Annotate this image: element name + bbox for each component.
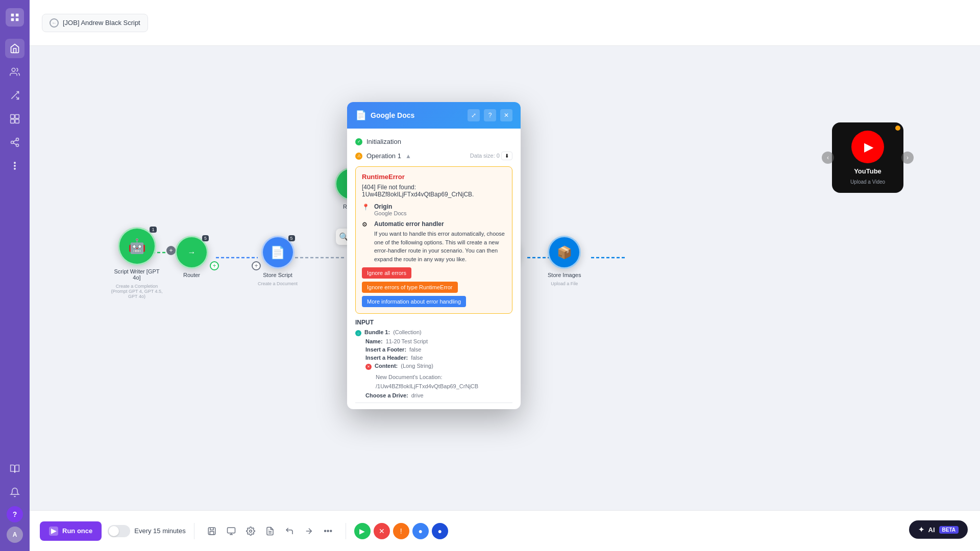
status-btn-blue[interactable]: ● <box>412 523 429 539</box>
svg-point-13 <box>14 165 16 167</box>
schedule-toggle-container: Every 15 minutes <box>108 525 185 537</box>
bundle1-dot: ○ <box>355 330 361 336</box>
sidebar-item-notifications[interactable] <box>5 483 24 502</box>
breadcrumb[interactable]: ← [JOB] Andrew Black Script <box>42 14 148 32</box>
modal-header-actions: ⤢ ? ✕ <box>468 109 512 121</box>
input-section: INPUT ○ Bundle 1: (Collection) Name: 11-… <box>355 319 512 398</box>
bundle1-type: (Collection) <box>393 329 422 335</box>
data-size-label: Data size: <box>470 153 495 159</box>
toolbar-save-btn[interactable] <box>203 522 221 540</box>
node-store-script[interactable]: 📄 5 Store Script Create a Document <box>258 236 298 286</box>
modal-title-text: Google Docs <box>371 111 414 119</box>
ai-badge: BETA <box>939 526 959 534</box>
status-btn-orange[interactable]: ! <box>393 523 409 539</box>
field-drive: Choose a Drive: drive <box>365 392 512 398</box>
modal-help-btn[interactable]: ? <box>484 109 496 121</box>
toolbar-more-btn[interactable]: ••• <box>319 522 337 540</box>
add-module-btn-3[interactable]: + <box>252 261 261 270</box>
data-size-action-btn[interactable]: ⬇ <box>501 152 512 160</box>
run-icon: ▶ <box>49 527 58 536</box>
bottom-toolbar: ▶ Run once Every 15 minutes <box>30 510 980 551</box>
modal-expand-btn[interactable]: ⤢ <box>468 109 480 121</box>
ignore-all-errors-btn[interactable]: Ignore all errors <box>362 267 411 279</box>
field-drive-label: Choose a Drive: <box>365 392 408 398</box>
ai-button[interactable]: ✦ AI BETA <box>909 520 968 539</box>
sidebar-item-scenarios[interactable] <box>5 86 24 105</box>
content-value: New Document's Location: /1Uw4BZf8okILjF… <box>376 374 478 389</box>
origin-value: Google Docs <box>374 210 407 216</box>
field-content-label: Content: <box>375 363 398 369</box>
svg-line-11 <box>13 140 16 141</box>
node-store-images[interactable]: 📦 Store Images Upload a File <box>548 236 581 286</box>
node-router1[interactable]: → 5 Router <box>175 236 208 281</box>
youtube-play-button[interactable]: ▶ <box>851 131 884 163</box>
toolbar-main-buttons: ••• <box>203 522 337 540</box>
history-icon <box>227 527 236 536</box>
origin-icon: 📍 <box>362 204 370 212</box>
user-avatar[interactable]: A <box>7 527 23 543</box>
connections-icon <box>10 137 20 147</box>
node-sublabel-store-images: Upload a File <box>551 281 578 286</box>
more-vert-icon <box>10 161 20 171</box>
auto-handler-section: ⚙ Automatic error handler If you want to… <box>362 220 506 263</box>
field-footer: Insert a Footer: false <box>365 346 512 353</box>
toolbar-history-btn[interactable] <box>222 522 240 540</box>
sidebar-item-more[interactable] <box>5 156 24 176</box>
toolbar-settings-btn[interactable] <box>241 522 260 540</box>
status-btn-dark-blue[interactable]: ● <box>432 523 448 539</box>
status-btn-green[interactable]: ▶ <box>354 523 371 539</box>
modal-body: ✓ Initialization ⚠ Operation 1 ▲ Data si… <box>347 129 521 409</box>
initialization-row: ✓ Initialization <box>355 135 512 148</box>
content-error-dot: ✕ <box>365 364 372 370</box>
initialization-label: Initialization <box>366 138 401 145</box>
help-button[interactable]: ? <box>7 506 23 522</box>
operation1-left: ⚠ Operation 1 ▲ <box>355 152 411 160</box>
apps-icon <box>10 114 20 124</box>
book-icon <box>10 464 20 474</box>
sidebar-item-connections[interactable] <box>5 133 24 152</box>
status-btn-red[interactable]: ✕ <box>374 523 390 539</box>
field-content-type: (Long String) <box>401 363 433 369</box>
field-header: Insert a Header: false <box>365 355 512 361</box>
add-module-btn-1[interactable]: + <box>166 246 176 255</box>
sidebar-item-users[interactable] <box>5 62 24 82</box>
run-once-label: Run once <box>62 527 92 535</box>
back-icon[interactable]: ← <box>50 18 59 28</box>
field-footer-value: false <box>409 346 421 353</box>
rollback-row: ✓ Rollback <box>355 407 512 409</box>
sidebar-item-docs[interactable] <box>5 459 24 479</box>
ai-sparkle-icon: ✦ <box>918 525 924 534</box>
more-info-btn[interactable]: More information about error handling <box>362 296 466 307</box>
sidebar-item-home[interactable] <box>5 39 24 58</box>
youtube-prev-btn[interactable]: ‹ <box>822 152 834 164</box>
node-label-store-script: Store Script <box>263 272 292 278</box>
schedule-toggle-switch[interactable] <box>108 525 130 537</box>
toolbar-tools-btn[interactable] <box>300 522 318 540</box>
youtube-notification-badge <box>895 126 900 131</box>
youtube-next-btn[interactable]: › <box>901 152 914 164</box>
svg-rect-24 <box>210 531 214 534</box>
modal-header: 📄 Google Docs ⤢ ? ✕ <box>347 102 521 129</box>
node-label-store-images: Store Images <box>548 272 581 278</box>
svg-point-7 <box>16 138 19 141</box>
toolbar-divider-1 <box>194 523 194 539</box>
toolbar-divider-2 <box>346 523 346 539</box>
modal-close-btn[interactable]: ✕ <box>500 109 512 121</box>
sidebar-item-apps[interactable] <box>5 109 24 129</box>
ai-label: AI <box>928 526 935 534</box>
tools-icon <box>304 527 313 536</box>
node-script-writer[interactable]: 🤖 1 Script Writer [GPT 4o] Create a Comp… <box>109 227 165 299</box>
users-icon <box>10 67 20 77</box>
field-content: ✕ Content: (Long String) <box>365 363 512 370</box>
ignore-runtime-errors-btn[interactable]: Ignore errors of type RuntimeError <box>362 282 458 293</box>
app-logo[interactable] <box>6 8 24 27</box>
add-module-btn-2[interactable]: + <box>210 261 219 270</box>
toolbar-undo-btn[interactable] <box>280 522 299 540</box>
run-once-button[interactable]: ▶ Run once <box>40 521 102 541</box>
bundle1-label: Bundle 1: <box>364 329 390 335</box>
status-buttons-group: ▶ ✕ ! ● ● <box>354 523 448 539</box>
operation1-chevron[interactable]: ▲ <box>405 153 411 160</box>
field-drive-value: drive <box>411 392 424 398</box>
toolbar-note-btn[interactable] <box>261 522 279 540</box>
operation1-label: Operation 1 <box>366 152 401 160</box>
